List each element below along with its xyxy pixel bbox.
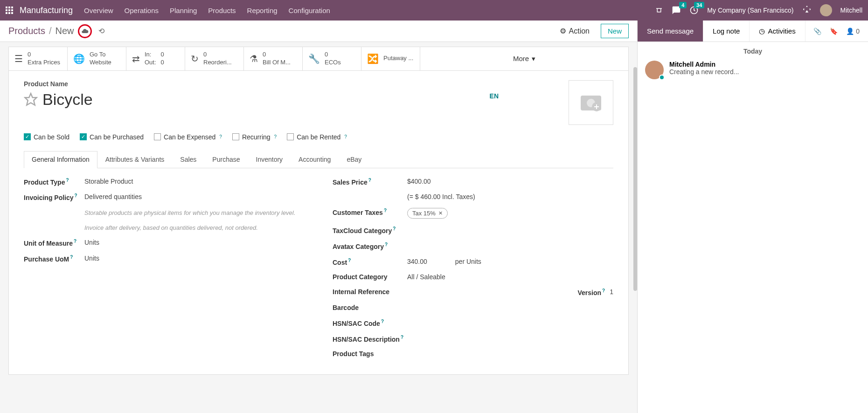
tab-attributes[interactable]: Attributes & Variants (97, 151, 173, 168)
tab-general[interactable]: General Information (24, 151, 97, 168)
debug-icon[interactable] (802, 5, 812, 16)
nav-reporting[interactable]: Reporting (247, 7, 278, 14)
nav-operations[interactable]: Operations (125, 7, 159, 14)
category-field[interactable]: All / Saleable (407, 273, 613, 281)
user-avatar[interactable] (820, 4, 832, 16)
tray-icon[interactable] (655, 6, 663, 14)
help-icon[interactable]: ? (219, 134, 222, 139)
help-icon[interactable]: ? (274, 134, 277, 139)
followers-button[interactable]: 👤0 (846, 28, 860, 35)
hsn-desc-field[interactable] (407, 335, 613, 343)
help-icon[interactable]: ? (75, 193, 77, 198)
nav-planning[interactable]: Planning (170, 7, 197, 14)
help-icon[interactable]: ? (384, 208, 387, 213)
purchase-uom-field[interactable]: Units (84, 255, 305, 263)
breadcrumb-sep: / (49, 26, 52, 36)
stat-putaway[interactable]: 🔀 Putaway ... (361, 47, 420, 70)
nav-configuration[interactable]: Configuration (289, 7, 330, 14)
invoicing-policy-field[interactable]: Delivered quantities (84, 193, 305, 201)
nav-overview[interactable]: Overview (84, 7, 113, 14)
help-icon[interactable]: ? (66, 178, 69, 183)
log-note-button[interactable]: Log note (703, 21, 750, 41)
avatax-field[interactable] (407, 242, 613, 250)
action-dropdown[interactable]: ⚙ Action (560, 27, 590, 35)
product-name-label: Product Name (24, 80, 490, 88)
hsn-code-field[interactable] (407, 319, 613, 327)
help-icon[interactable]: ? (401, 335, 403, 340)
help-text: Storable products are physical items for… (84, 209, 305, 217)
msg-avatar[interactable] (645, 61, 664, 79)
version-field: 1 (610, 288, 613, 296)
help-icon[interactable]: ? (385, 242, 388, 247)
stat-website[interactable]: 🌐 Go ToWebsite (68, 47, 126, 70)
help-icon[interactable]: ? (381, 319, 384, 324)
help-icon[interactable]: ? (74, 239, 76, 244)
tab-ebay[interactable]: eBay (339, 151, 369, 168)
product-image-upload[interactable] (569, 80, 613, 125)
remove-tax-icon[interactable]: ✕ (438, 210, 443, 216)
attach-icon[interactable]: 📎 (813, 28, 821, 35)
chk-purchased[interactable]: ✓Can be Purchased (80, 133, 144, 141)
product-name-input[interactable]: Bicycle (42, 90, 93, 109)
cost-field[interactable]: 340.00 (407, 258, 427, 266)
user-name[interactable]: Mitchell (840, 7, 862, 14)
user-icon: 👤 (846, 28, 854, 35)
messages-icon[interactable]: 4 (672, 6, 681, 15)
favorite-star-icon[interactable] (24, 92, 38, 106)
taxcloud-field[interactable] (407, 226, 613, 234)
lang-badge[interactable]: EN (490, 92, 499, 100)
follow-icon[interactable]: 🔖 (830, 28, 838, 35)
scrollbar[interactable] (633, 67, 637, 291)
uom-field[interactable]: Units (84, 239, 305, 247)
msg-author: Mitchell Admin (669, 61, 739, 68)
help-icon[interactable]: ? (70, 255, 73, 260)
help-icon[interactable]: ? (348, 258, 351, 263)
customer-taxes-field[interactable]: Tax 15%✕ (407, 208, 613, 219)
help-icon[interactable]: ? (393, 226, 396, 231)
tab-purchase[interactable]: Purchase (204, 151, 248, 168)
product-flags: ✓Can be Sold ✓Can be Purchased Can be Ex… (24, 133, 613, 141)
wrench-icon: 🔧 (308, 53, 320, 64)
stat-reorder[interactable]: ↻ 0Reorderi... (185, 47, 244, 70)
send-message-button[interactable]: Send message (638, 21, 703, 41)
clock-icon: ◷ (759, 27, 765, 35)
sales-price-field[interactable]: $400.00 (407, 178, 613, 186)
stat-more[interactable]: More ▾ (420, 47, 628, 70)
incl-tax-text: (= $ 460.00 Incl. Taxes) (407, 193, 613, 200)
form-sheet: Product Name Bicycle EN ✓Can be Sold ✓Ca… (8, 71, 629, 375)
chat-message: Mitchell Admin Creating a new record... (638, 61, 868, 79)
stat-extra-prices[interactable]: ☰ 0Extra Prices (9, 47, 68, 70)
help-icon[interactable]: ? (368, 178, 371, 183)
activities-icon[interactable]: 34 (689, 6, 699, 15)
breadcrumb-current: New (56, 26, 74, 36)
stat-eco[interactable]: 🔧 0ECOs (303, 47, 361, 70)
save-cloud-button[interactable] (78, 24, 92, 38)
apps-icon[interactable] (6, 7, 13, 14)
nav-products[interactable]: Products (208, 7, 236, 14)
help-icon[interactable]: ? (344, 134, 347, 139)
tab-sales[interactable]: Sales (172, 151, 204, 168)
tab-accounting[interactable]: Accounting (291, 151, 339, 168)
caret-down-icon: ▾ (532, 55, 535, 63)
app-brand[interactable]: Manufacturing (20, 6, 73, 15)
activities-button[interactable]: ◷ Activities (750, 21, 805, 41)
help-icon[interactable]: ? (602, 288, 605, 293)
chk-sold[interactable]: ✓Can be Sold (24, 133, 69, 141)
stat-inout[interactable]: ⇄ In:0 Out:0 (126, 47, 185, 70)
shuffle-icon: 🔀 (367, 53, 379, 64)
barcode-field[interactable] (407, 304, 613, 311)
product-type-field[interactable]: Storable Product (84, 178, 305, 186)
tab-inventory[interactable]: Inventory (248, 151, 291, 168)
breadcrumb: Products / New ⟲ (8, 24, 560, 38)
breadcrumb-products[interactable]: Products (8, 26, 45, 36)
chk-recurring[interactable]: Recurring? (232, 133, 277, 141)
chk-rented[interactable]: Can be Rented? (287, 133, 347, 141)
stat-buttons: ☰ 0Extra Prices 🌐 Go ToWebsite ⇄ In:0 Ou… (8, 47, 629, 71)
chk-expensed[interactable]: Can be Expensed? (154, 133, 222, 141)
globe-icon: 🌐 (73, 53, 85, 64)
new-button[interactable]: New (601, 24, 629, 38)
discard-icon[interactable]: ⟲ (98, 27, 104, 35)
company-name[interactable]: My Company (San Francisco) (707, 7, 793, 14)
tags-field[interactable] (407, 350, 613, 358)
stat-bom[interactable]: ⚗ 0Bill Of M... (244, 47, 303, 70)
